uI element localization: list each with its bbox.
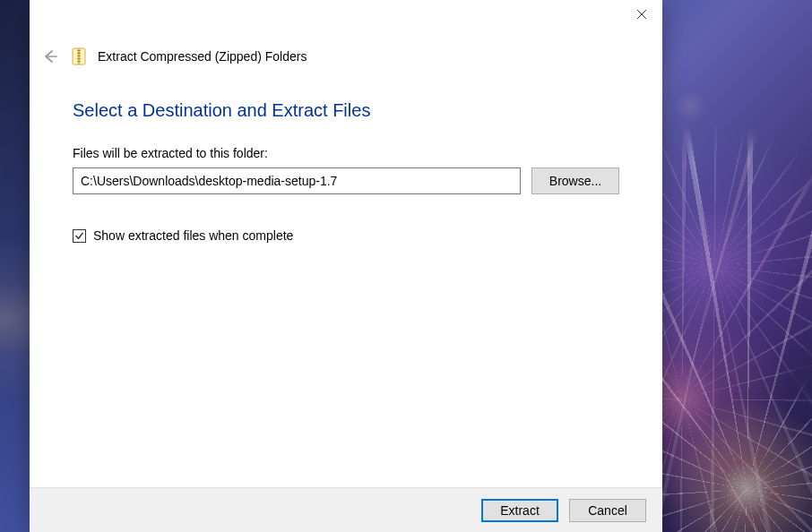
window-title: Extract Compressed (Zipped) Folders: [98, 49, 307, 64]
extract-button[interactable]: Extract: [481, 499, 558, 522]
dialog-footer: Extract Cancel: [30, 487, 662, 532]
path-label: Files will be extracted to this folder:: [73, 146, 619, 160]
close-icon: [636, 9, 647, 20]
back-button[interactable]: [40, 47, 60, 66]
checkmark-icon: [74, 231, 84, 241]
dialog-header: Extract Compressed (Zipped) Folders: [30, 34, 662, 73]
close-button[interactable]: [621, 0, 662, 29]
svg-rect-3: [77, 53, 81, 54]
zip-folder-icon: [71, 47, 87, 66]
back-arrow-icon: [41, 47, 59, 65]
titlebar: [30, 0, 662, 34]
dialog-content: Select a Destination and Extract Files F…: [30, 73, 662, 487]
svg-rect-6: [77, 61, 81, 62]
path-row: Browse...: [73, 167, 619, 194]
extract-dialog: Extract Compressed (Zipped) Folders Sele…: [30, 0, 662, 532]
show-files-checkbox[interactable]: [73, 229, 86, 243]
svg-rect-2: [77, 50, 81, 51]
svg-rect-4: [77, 56, 81, 56]
destination-path-input[interactable]: [73, 167, 521, 194]
page-title: Select a Destination and Extract Files: [73, 100, 619, 121]
cancel-button[interactable]: Cancel: [569, 499, 646, 522]
show-files-checkbox-label[interactable]: Show extracted files when complete: [93, 228, 293, 243]
browse-button[interactable]: Browse...: [531, 167, 619, 194]
svg-rect-5: [77, 58, 81, 59]
show-files-checkbox-row: Show extracted files when complete: [73, 228, 619, 243]
